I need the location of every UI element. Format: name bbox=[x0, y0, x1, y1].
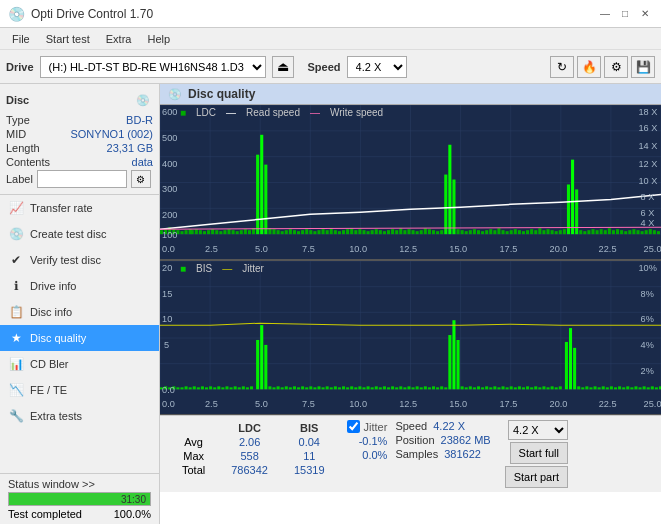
svg-text:10.0: 10.0 bbox=[349, 244, 367, 254]
svg-rect-217 bbox=[297, 387, 300, 389]
svg-rect-238 bbox=[383, 386, 386, 389]
jitter-checkbox[interactable] bbox=[347, 420, 360, 433]
svg-rect-201 bbox=[217, 386, 220, 389]
menu-file[interactable]: File bbox=[4, 31, 38, 47]
settings-button[interactable]: ⚙ bbox=[604, 56, 628, 78]
drive-select[interactable]: (H:) HL-DT-ST BD-RE WH16NS48 1.D3 bbox=[40, 56, 266, 78]
svg-rect-279 bbox=[551, 386, 554, 389]
svg-text:15.0: 15.0 bbox=[449, 244, 467, 254]
svg-text:10%: 10% bbox=[639, 263, 657, 273]
legend-write-speed: Write speed bbox=[330, 107, 383, 118]
svg-rect-139 bbox=[653, 230, 656, 234]
svg-text:4 X: 4 X bbox=[641, 218, 655, 228]
svg-rect-225 bbox=[330, 387, 333, 389]
nav-disc-quality[interactable]: ★ Disc quality bbox=[0, 325, 159, 351]
svg-rect-190 bbox=[260, 325, 263, 389]
svg-text:100: 100 bbox=[162, 230, 177, 240]
svg-rect-212 bbox=[277, 386, 280, 389]
nav-transfer-rate-label: Transfer rate bbox=[30, 202, 93, 214]
nav-drive-info[interactable]: ℹ Drive info bbox=[0, 273, 159, 299]
jitter-label-text: Jitter bbox=[364, 421, 388, 433]
position-key: Position bbox=[395, 434, 434, 446]
legend-read-speed: Read speed bbox=[246, 107, 300, 118]
svg-rect-302 bbox=[647, 387, 650, 389]
svg-text:25.0 GB: 25.0 GB bbox=[644, 399, 661, 409]
svg-rect-260 bbox=[473, 387, 476, 389]
svg-rect-50 bbox=[289, 229, 292, 234]
max-label: Max bbox=[170, 450, 217, 462]
disc-quality-header: 💿 Disc quality bbox=[160, 84, 661, 105]
eject-button[interactable]: ⏏ bbox=[272, 56, 294, 78]
cd-bler-icon: 📊 bbox=[8, 356, 24, 372]
svg-rect-92 bbox=[461, 230, 464, 234]
menubar: File Start test Extra Help bbox=[0, 28, 661, 50]
nav-fe-te[interactable]: 📉 FE / TE bbox=[0, 377, 159, 403]
menu-extra[interactable]: Extra bbox=[98, 31, 140, 47]
test-speed-select[interactable]: 4.2 X bbox=[508, 420, 568, 440]
nav-disc-info[interactable]: 📋 Disc info bbox=[0, 299, 159, 325]
svg-rect-188 bbox=[176, 387, 179, 389]
speed-select[interactable]: 4.2 X bbox=[347, 56, 407, 78]
menu-start-test[interactable]: Start test bbox=[38, 31, 98, 47]
start-full-button[interactable]: Start full bbox=[510, 442, 568, 464]
svg-rect-246 bbox=[416, 386, 419, 389]
speed-info: Speed 4.22 X Position 23862 MB Samples 3… bbox=[395, 420, 490, 460]
speed-val: 4.22 X bbox=[433, 420, 465, 432]
svg-text:17.5: 17.5 bbox=[499, 244, 517, 254]
svg-text:500: 500 bbox=[162, 133, 177, 143]
svg-rect-258 bbox=[465, 387, 468, 389]
svg-rect-236 bbox=[375, 386, 378, 389]
svg-rect-37 bbox=[223, 230, 226, 234]
svg-rect-57 bbox=[317, 230, 320, 234]
svg-rect-51 bbox=[293, 230, 296, 234]
nav-cd-bler-label: CD Bler bbox=[30, 358, 69, 370]
svg-rect-66 bbox=[354, 230, 357, 234]
disc-type-label: Type bbox=[6, 114, 30, 126]
maximize-button[interactable]: □ bbox=[617, 6, 633, 22]
nav-verify-test-disc[interactable]: ✔ Verify test disc bbox=[0, 247, 159, 273]
burn-button[interactable]: 🔥 bbox=[577, 56, 601, 78]
nav-transfer-rate[interactable]: 📈 Transfer rate bbox=[0, 195, 159, 221]
disc-quality-title: Disc quality bbox=[188, 87, 255, 101]
svg-rect-300 bbox=[639, 387, 642, 389]
svg-rect-30 bbox=[195, 229, 198, 234]
svg-text:5.0: 5.0 bbox=[255, 244, 268, 254]
svg-text:10 X: 10 X bbox=[639, 177, 658, 187]
svg-text:400: 400 bbox=[162, 159, 177, 169]
speed-row: Speed 4.22 X bbox=[395, 420, 490, 432]
start-part-button[interactable]: Start part bbox=[505, 466, 568, 488]
svg-rect-200 bbox=[213, 387, 216, 389]
statusbar[interactable]: Status window >> 31:30 Test completed 10… bbox=[0, 473, 159, 524]
svg-text:8%: 8% bbox=[641, 289, 654, 299]
save-button[interactable]: 💾 bbox=[631, 56, 655, 78]
nav-create-test-disc[interactable]: 💿 Create test disc bbox=[0, 221, 159, 247]
svg-text:6%: 6% bbox=[641, 314, 654, 324]
svg-text:14 X: 14 X bbox=[639, 141, 658, 151]
fe-te-icon: 📉 bbox=[8, 382, 24, 398]
svg-rect-82 bbox=[420, 230, 423, 234]
disc-mid-value: SONYNO1 (002) bbox=[70, 128, 153, 140]
menu-help[interactable]: Help bbox=[139, 31, 178, 47]
svg-rect-49 bbox=[285, 230, 288, 234]
svg-rect-110 bbox=[534, 230, 537, 234]
svg-rect-249 bbox=[448, 335, 451, 389]
svg-rect-81 bbox=[416, 231, 419, 234]
svg-text:2.5: 2.5 bbox=[205, 244, 218, 254]
nav-cd-bler[interactable]: 📊 CD Bler bbox=[0, 351, 159, 377]
svg-rect-283 bbox=[569, 328, 572, 389]
svg-rect-99 bbox=[489, 229, 492, 234]
close-button[interactable]: ✕ bbox=[637, 6, 653, 22]
status-window-link[interactable]: Status window >> bbox=[8, 478, 95, 490]
svg-rect-74 bbox=[387, 230, 390, 234]
nav-extra-tests[interactable]: 🔧 Extra tests bbox=[0, 403, 159, 429]
svg-rect-262 bbox=[481, 387, 484, 389]
svg-rect-33 bbox=[207, 230, 210, 234]
svg-rect-43 bbox=[248, 230, 251, 234]
minimize-button[interactable]: — bbox=[597, 6, 613, 22]
drivebar: Drive (H:) HL-DT-ST BD-RE WH16NS48 1.D3 … bbox=[0, 50, 661, 84]
main-layout: Disc 💿 Type BD-R MID SONYNO1 (002) Lengt… bbox=[0, 84, 661, 524]
disc-label-input[interactable] bbox=[37, 170, 127, 188]
disc-label-button[interactable]: ⚙ bbox=[131, 170, 151, 188]
refresh-button[interactable]: ↻ bbox=[550, 56, 574, 78]
disc-contents-value[interactable]: data bbox=[132, 156, 153, 168]
